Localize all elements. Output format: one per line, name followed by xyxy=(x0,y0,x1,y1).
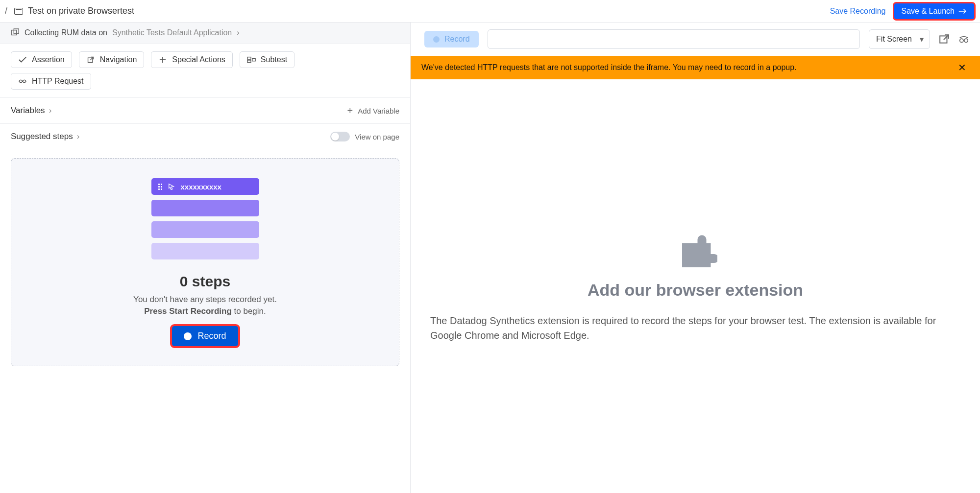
http-request-button[interactable]: HTTP Request xyxy=(11,73,91,90)
variables-label: Variables xyxy=(11,106,45,116)
assertion-button[interactable]: Assertion xyxy=(11,51,72,68)
caret-down-icon: ▾ xyxy=(920,35,924,44)
incognito-icon[interactable] xyxy=(958,34,969,45)
extension-body: The Datadog Synthetics extension is requ… xyxy=(430,313,960,343)
plus-icon: + xyxy=(347,106,353,116)
svg-rect-8 xyxy=(247,60,251,63)
add-variable-label: Add Variable xyxy=(358,107,399,115)
page-title: Test on private Browsertest xyxy=(28,6,134,16)
zoom-select[interactable]: Fit Screen ▾ xyxy=(869,29,930,49)
steps-count-heading: 0 steps xyxy=(26,273,384,290)
check-icon xyxy=(18,56,27,63)
svg-marker-10 xyxy=(169,184,173,189)
url-input[interactable] xyxy=(488,29,860,49)
plus-icon xyxy=(158,56,167,63)
right-pane: Record Fit Screen ▾ We've detected HTTP … xyxy=(411,23,980,493)
arrow-right-icon xyxy=(958,8,967,15)
puzzle-icon xyxy=(673,230,717,270)
open-in-new-icon[interactable] xyxy=(939,34,950,45)
steps-empty-line1: You don't have any steps recorded yet. xyxy=(26,295,384,305)
steps-empty-line2-rest: to begin. xyxy=(232,306,266,316)
illustration-row xyxy=(151,221,259,238)
chevron-right-icon: › xyxy=(77,132,80,141)
illustration-row: xxxxxxxxxx xyxy=(151,178,259,195)
rum-icon xyxy=(11,28,20,37)
record-button[interactable]: Record xyxy=(172,326,238,346)
breadcrumb: / Test on private Browsertest xyxy=(3,6,134,16)
save-and-launch-button[interactable]: Save & Launch xyxy=(894,3,974,19)
save-recording-link[interactable]: Save Recording xyxy=(830,7,886,16)
external-link-icon xyxy=(86,56,95,63)
http-icon xyxy=(18,78,27,85)
variables-section[interactable]: Variables › + Add Variable xyxy=(0,97,410,123)
chevron-right-icon: › xyxy=(237,28,239,37)
record-dot-icon xyxy=(184,332,192,340)
illustration-text: xxxxxxxxxx xyxy=(181,183,221,191)
preview-toolbar: Record Fit Screen ▾ xyxy=(411,23,980,56)
navigation-label: Navigation xyxy=(100,55,137,64)
rum-app-name: Synthetic Tests Default Application xyxy=(112,28,232,37)
svg-point-14 xyxy=(964,39,968,42)
iframe-warning-banner: We've detected HTTP requests that are no… xyxy=(411,56,980,79)
extension-heading: Add our browser extension xyxy=(588,281,803,300)
svg-rect-7 xyxy=(247,57,251,60)
iframe-warning-text: We've detected HTTP requests that are no… xyxy=(421,63,797,72)
suggested-steps-label: Suggested steps xyxy=(11,132,73,141)
assertion-label: Assertion xyxy=(32,55,65,64)
steps-illustration: xxxxxxxxxx xyxy=(151,178,259,259)
illustration-row xyxy=(151,243,259,259)
special-actions-label: Special Actions xyxy=(172,55,225,64)
left-pane: Collecting RUM data on Synthetic Tests D… xyxy=(0,23,411,493)
record-button-label: Record xyxy=(197,331,226,341)
preview-record-label: Record xyxy=(444,35,470,44)
steps-empty-line2: Press Start Recording to begin. xyxy=(26,306,384,316)
chevron-right-icon: › xyxy=(49,106,52,116)
extension-prompt: Add our browser extension The Datadog Sy… xyxy=(411,79,980,493)
suggested-steps-section[interactable]: Suggested steps › View on page xyxy=(0,123,410,149)
special-actions-button[interactable]: Special Actions xyxy=(151,51,233,68)
drag-handle-icon xyxy=(158,184,162,190)
steps-empty-line2-strong: Press Start Recording xyxy=(144,306,232,316)
record-dot-icon xyxy=(433,36,440,43)
close-icon[interactable]: ✕ xyxy=(955,62,969,73)
topbar: / Test on private Browsertest Save Recor… xyxy=(0,0,980,23)
rum-bar[interactable]: Collecting RUM data on Synthetic Tests D… xyxy=(0,23,410,44)
zoom-select-label: Fit Screen xyxy=(876,35,912,44)
svg-rect-9 xyxy=(252,58,255,61)
svg-point-13 xyxy=(960,39,963,42)
breadcrumb-separator: / xyxy=(3,6,9,16)
add-variable-button[interactable]: + Add Variable xyxy=(347,106,399,116)
navigation-button[interactable]: Navigation xyxy=(79,51,145,68)
http-request-label: HTTP Request xyxy=(32,77,84,86)
view-on-page-label: View on page xyxy=(355,133,399,141)
cursor-icon xyxy=(168,183,175,190)
preview-record-button[interactable]: Record xyxy=(424,31,479,47)
subtest-button[interactable]: Subtest xyxy=(240,51,294,68)
steps-empty-state: xxxxxxxxxx 0 steps You don't have any st… xyxy=(11,158,399,366)
illustration-row xyxy=(151,200,259,216)
view-on-page-toggle[interactable] xyxy=(330,132,350,141)
subtest-icon xyxy=(247,56,256,63)
subtest-label: Subtest xyxy=(261,55,287,64)
save-and-launch-label: Save & Launch xyxy=(901,7,955,16)
browser-test-icon xyxy=(14,8,23,15)
rum-prefix: Collecting RUM data on xyxy=(24,28,107,37)
